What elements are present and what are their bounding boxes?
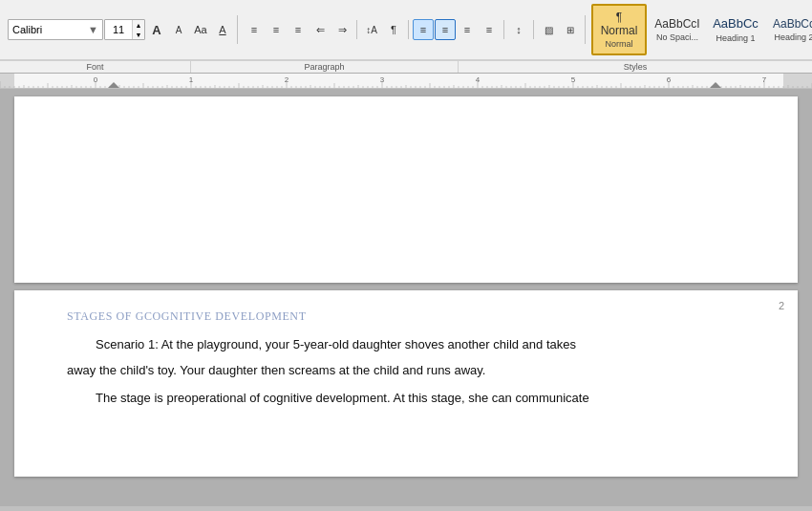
font-size-spinners: ▲ ▼	[132, 20, 144, 39]
document-heading: STAGES OF GCOGNITIVE DEVELOPMENT	[67, 309, 745, 324]
increase-indent-button[interactable]: ⇒	[331, 19, 353, 40]
paragraph-1b: away the child's toy. Your daughter then…	[67, 361, 745, 381]
align-left-button[interactable]: ≡	[413, 19, 434, 40]
font-size-input[interactable]	[105, 24, 132, 35]
font-size-down[interactable]: ▼	[133, 30, 144, 39]
style-normal[interactable]: ¶ Normal Normal	[591, 4, 647, 55]
clear-format-button[interactable]: A	[212, 19, 233, 40]
font-section: Calibri ▼ ▲ ▼ A A Aa A	[4, 15, 238, 44]
document-body: Scenario 1: At the playground, your 5-ye…	[67, 335, 745, 408]
divider2	[408, 20, 409, 39]
sort-button[interactable]: ↕A	[361, 19, 382, 40]
bullets-button[interactable]: ≡	[244, 19, 265, 40]
shading-button[interactable]: ▨	[538, 19, 559, 40]
style-no-spaci[interactable]: AaBbCcI No Spaci...	[650, 4, 705, 55]
line-spacing-button[interactable]: ↕	[508, 19, 529, 40]
page-1[interactable]	[14, 96, 798, 283]
divider4	[533, 20, 534, 39]
document-area: 2 STAGES OF GCOGNITIVE DEVELOPMENT Scena…	[0, 89, 812, 506]
justify-button[interactable]: ≡	[479, 19, 500, 40]
align-center-button[interactable]: ≡	[435, 19, 456, 40]
font-name-arrow: ▼	[88, 24, 98, 35]
style-heading1[interactable]: AaBbCc Heading 1	[708, 4, 763, 55]
page-2[interactable]: 2 STAGES OF GCOGNITIVE DEVELOPMENT Scena…	[14, 290, 798, 477]
paragraph-2: The stage is preoperational of cognitive…	[96, 389, 745, 409]
borders-button[interactable]: ⊞	[560, 19, 581, 40]
change-case-button[interactable]: Aa	[190, 19, 211, 40]
font-size-box[interactable]: ▲ ▼	[104, 19, 145, 40]
style-heading2[interactable]: AaBbCc Heading 2	[766, 4, 812, 55]
style-no-spaci-preview: AaBbCcI	[654, 17, 699, 31]
shrink-font-button[interactable]: A	[168, 19, 189, 40]
styles-section: ¶ Normal Normal AaBbCcI No Spaci... AaBb…	[588, 2, 812, 57]
ruler	[0, 74, 812, 89]
font-section-label: Font	[0, 61, 191, 73]
grow-font-button[interactable]: A	[146, 19, 167, 40]
multilevel-list-button[interactable]: ≡	[288, 19, 309, 40]
style-normal-label: Normal	[605, 39, 632, 49]
paragraph-section-label: Paragraph	[191, 61, 459, 73]
style-heading2-label: Heading 2	[774, 32, 812, 42]
style-no-spaci-label: No Spaci...	[656, 32, 698, 42]
font-size-up[interactable]: ▲	[133, 20, 144, 30]
decrease-indent-button[interactable]: ⇐	[310, 19, 331, 40]
style-normal-preview: ¶ Normal	[597, 11, 641, 38]
style-heading2-preview: AaBbCc	[773, 17, 812, 31]
show-para-button[interactable]: ¶	[383, 19, 404, 40]
page-number: 2	[779, 300, 784, 311]
section-labels-bar: Font Paragraph Styles	[0, 60, 812, 73]
styles-section-label: Styles	[459, 61, 812, 73]
paragraph-toolbar-section: ≡ ≡ ≡ ⇐ ⇒ ↕A ¶ ≡ ≡ ≡ ≡ ↕ ▨ ⊞	[240, 15, 586, 44]
numbering-button[interactable]: ≡	[266, 19, 287, 40]
style-heading1-label: Heading 1	[716, 33, 755, 43]
style-heading1-preview: AaBbCc	[713, 16, 759, 32]
align-right-button[interactable]: ≡	[457, 19, 478, 40]
font-name-value: Calibri	[12, 24, 42, 35]
divider1	[356, 20, 357, 39]
font-name-dropdown[interactable]: Calibri ▼	[8, 19, 103, 40]
divider3	[503, 20, 504, 39]
paragraph-1: Scenario 1: At the playground, your 5-ye…	[96, 335, 745, 355]
